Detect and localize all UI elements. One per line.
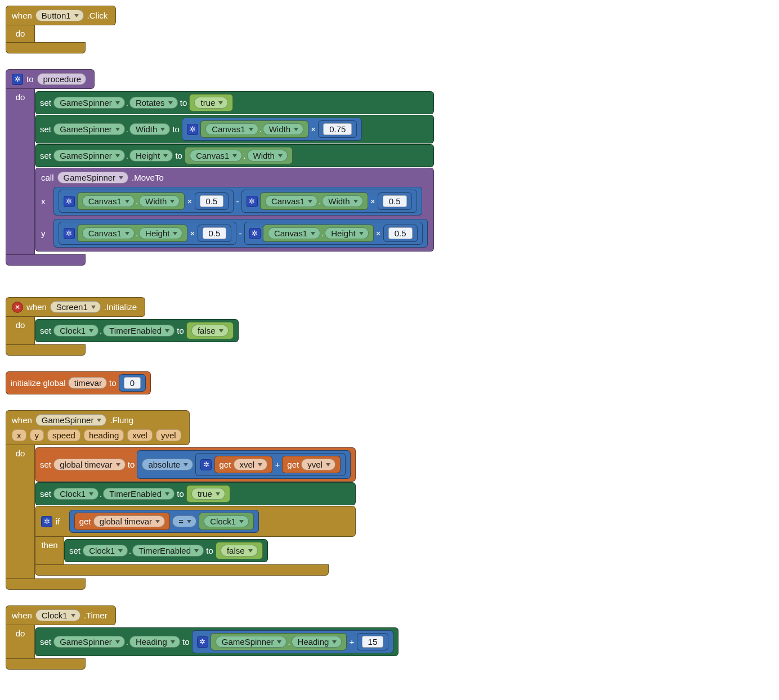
math-subtract-block[interactable]: ✲ Canvas1 . Width × 0.5 xyxy=(53,187,422,216)
false-block[interactable]: false xyxy=(216,542,263,559)
get-yvel-block[interactable]: get yvel xyxy=(282,456,341,473)
dropdown-heading[interactable]: Heading xyxy=(292,636,342,648)
dropdown-width[interactable]: Width xyxy=(129,123,170,135)
dropdown-width[interactable]: Width xyxy=(139,195,180,207)
dropdown-gamespinner[interactable]: GameSpinner xyxy=(35,414,107,426)
gear-icon[interactable]: ✲ xyxy=(249,228,261,239)
param-x[interactable]: x xyxy=(12,429,26,441)
if-block[interactable]: ✲ if get global timevar = Clock1 xyxy=(35,506,356,576)
dropdown-gamespinner[interactable]: GameSpinner xyxy=(53,97,125,109)
number-block[interactable]: 0.5 xyxy=(195,192,229,210)
param-y[interactable]: y xyxy=(30,429,44,441)
set-height-block[interactable]: set GameSpinner . Height to Canvas1 . Wi… xyxy=(35,144,434,167)
when-gamespinner-flung-block[interactable]: when GameSpinner .Flung xyspeedheadingxv… xyxy=(6,410,773,590)
error-icon[interactable]: ✕ xyxy=(12,302,23,313)
dropdown-timerenabled[interactable]: TimerEnabled xyxy=(132,545,204,557)
true-block[interactable]: true xyxy=(189,94,233,111)
dropdown-true[interactable]: true xyxy=(191,488,225,500)
dropdown-yvel[interactable]: yvel xyxy=(301,459,335,470)
math-equals-block[interactable]: get global timevar = Clock1 xyxy=(69,510,259,533)
set-timerenabled-true[interactable]: set Clock1 . TimerEnabled to true xyxy=(35,482,356,505)
dropdown-canvas1[interactable]: Canvas1 xyxy=(265,195,317,207)
set-timerenabled-false[interactable]: set Clock1 . TimerEnabled to false xyxy=(64,539,268,562)
dropdown-button1[interactable]: Button1 xyxy=(35,10,84,21)
math-subtract-block[interactable]: ✲ Canvas1 . Height × 0.5 xyxy=(53,219,428,248)
dropdown-gamespinner[interactable]: GameSpinner xyxy=(57,172,129,183)
dropdown-canvas1[interactable]: Canvas1 xyxy=(205,123,258,135)
dropdown-timerenabled[interactable]: TimerEnabled xyxy=(103,325,174,336)
when-button1-click-block[interactable]: when Button1 .Click do xyxy=(6,6,773,53)
math-multiply-block[interactable]: ✲ Canvas1 . Height × 0.5 xyxy=(244,222,423,245)
gear-icon[interactable]: ✲ xyxy=(200,459,212,470)
gear-icon[interactable]: ✲ xyxy=(64,228,75,239)
param-speed[interactable]: speed xyxy=(47,429,80,441)
dropdown-xvel[interactable]: xvel xyxy=(234,459,268,470)
canvas-width-getter[interactable]: Canvas1 . Width xyxy=(200,120,308,138)
clock1-ref-block[interactable]: Clock1 xyxy=(199,513,254,530)
set-rotates-block[interactable]: set GameSpinner . Rotates to true xyxy=(35,91,434,114)
gear-icon[interactable]: ✲ xyxy=(64,196,75,207)
dropdown-gamespinner[interactable]: GameSpinner xyxy=(53,123,125,135)
dropdown-clock1[interactable]: Clock1 xyxy=(53,488,99,500)
dropdown-canvas1[interactable]: Canvas1 xyxy=(82,195,135,207)
dropdown-true[interactable]: true xyxy=(194,97,228,109)
dropdown-height[interactable]: Height xyxy=(129,150,173,161)
dropdown-height[interactable]: Height xyxy=(139,227,182,239)
number-block[interactable]: 15 xyxy=(357,633,389,650)
dropdown-heading[interactable]: Heading xyxy=(129,636,180,648)
procedure-def-block[interactable]: ✲ to procedure do set GameSpinner . Rota… xyxy=(6,69,773,266)
dropdown-width[interactable]: Width xyxy=(263,123,303,135)
math-multiply-block[interactable]: ✲ Canvas1 . Width × 0.5 xyxy=(241,190,417,213)
dropdown-width[interactable]: Width xyxy=(322,195,362,207)
math-multiply-block[interactable]: ✲ Canvas1 . Width × 0.75 xyxy=(182,118,362,141)
math-add-block[interactable]: ✲ GameSpinner . Heading + 15 xyxy=(192,630,394,653)
number-block[interactable]: 0.5 xyxy=(198,225,232,242)
dropdown-gamespinner[interactable]: GameSpinner xyxy=(216,636,287,648)
heading-getter[interactable]: GameSpinner . Heading xyxy=(211,633,347,650)
dropdown-screen1[interactable]: Screen1 xyxy=(50,301,101,313)
call-moveto-block[interactable]: call GameSpinner .MoveTo x ✲ xyxy=(35,168,434,252)
number-block[interactable]: 0.5 xyxy=(383,225,418,242)
when-clock1-timer-block[interactable]: when Clock1 .Timer do set GameSpinner . … xyxy=(6,605,773,670)
math-absolute-block[interactable]: absolute ✲ get xvel + get yvel xyxy=(137,450,351,479)
dropdown-canvas1[interactable]: Canvas1 xyxy=(268,227,320,239)
dropdown-height[interactable]: Height xyxy=(325,227,368,239)
param-xvel[interactable]: xvel xyxy=(127,429,153,441)
dropdown-gamespinner[interactable]: GameSpinner xyxy=(53,636,125,648)
gear-icon[interactable]: ✲ xyxy=(187,124,198,135)
dropdown-global-timevar[interactable]: global timevar xyxy=(53,459,125,470)
set-width-block[interactable]: set GameSpinner . Width to ✲ Canvas1 . W… xyxy=(35,115,434,143)
dropdown-width[interactable]: Width xyxy=(247,150,288,161)
dropdown-clock1[interactable]: Clock1 xyxy=(53,325,99,336)
dropdown-global-timevar[interactable]: global timevar xyxy=(93,515,165,527)
get-global-timevar-block[interactable]: get global timevar xyxy=(74,513,170,530)
number-block[interactable]: 0.5 xyxy=(378,192,412,210)
gear-icon[interactable]: ✲ xyxy=(197,636,208,648)
init-global-timevar-block[interactable]: initialize global timevar to 0 xyxy=(6,371,151,394)
number-block[interactable]: 0.75 xyxy=(318,120,357,138)
gear-icon[interactable]: ✲ xyxy=(41,516,52,527)
dropdown-clock1[interactable]: Clock1 xyxy=(83,545,128,557)
set-global-timevar-block[interactable]: set global timevar to absolute ✲ get xve… xyxy=(35,447,356,482)
dropdown-absolute[interactable]: absolute xyxy=(142,459,193,470)
canvas-width-getter[interactable]: Canvas1 . Width xyxy=(185,147,293,164)
canvas-height-getter[interactable]: Canvas1 . Height xyxy=(263,225,374,242)
number-block[interactable]: 0 xyxy=(119,374,146,392)
math-multiply-block[interactable]: ✲ Canvas1 . Width × 0.5 xyxy=(59,190,234,213)
dropdown-gamespinner[interactable]: GameSpinner xyxy=(53,150,125,161)
dropdown-clock1[interactable]: Clock1 xyxy=(204,515,249,527)
dropdown-canvas1[interactable]: Canvas1 xyxy=(82,227,135,239)
false-block[interactable]: false xyxy=(186,322,234,339)
param-yvel[interactable]: yvel xyxy=(156,429,181,441)
dropdown-rotates[interactable]: Rotates xyxy=(129,97,178,109)
gear-icon[interactable]: ✲ xyxy=(12,74,23,85)
dropdown-canvas1[interactable]: Canvas1 xyxy=(190,150,242,161)
get-xvel-block[interactable]: get xvel xyxy=(214,456,273,473)
true-block[interactable]: true xyxy=(186,485,230,502)
dropdown-clock1[interactable]: Clock1 xyxy=(35,609,80,621)
math-add-block[interactable]: ✲ get xvel + get yvel xyxy=(195,453,346,476)
math-multiply-block[interactable]: ✲ Canvas1 . Height × 0.5 xyxy=(59,222,237,245)
gear-icon[interactable]: ✲ xyxy=(247,196,258,207)
proc-name[interactable]: procedure xyxy=(37,73,87,85)
canvas-width-getter[interactable]: Canvas1 . Width xyxy=(260,192,368,210)
